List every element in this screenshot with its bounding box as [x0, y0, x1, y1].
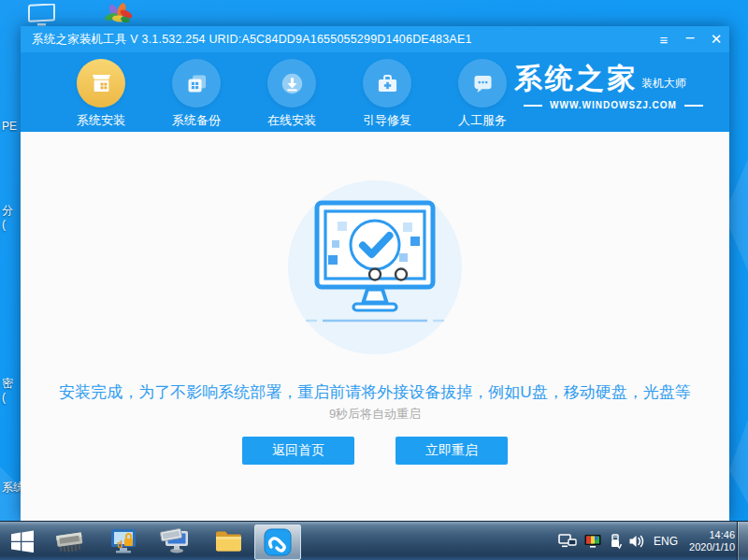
nav-bar: 系统安装 系统备份	[21, 52, 729, 132]
taskbar-memory-tool-icon[interactable]	[45, 522, 97, 560]
menu-icon[interactable]: ≡	[651, 26, 677, 52]
nav-label: 引导修复	[363, 112, 411, 129]
clock-time: 14:46	[689, 529, 735, 541]
action-buttons: 返回首页 立即重启	[21, 437, 729, 465]
taskbar-file-explorer-icon[interactable]	[202, 522, 254, 560]
nav-label: 系统安装	[77, 112, 125, 129]
taskbar-remote-desktop-icon[interactable]	[150, 522, 202, 560]
desktop-pattern	[729, 420, 748, 504]
taskbar-disk-tool-icon[interactable]: d	[97, 522, 150, 560]
back-home-button[interactable]: 返回首页	[242, 437, 354, 465]
package-icon	[77, 59, 125, 108]
desktop-icon-label-partial[interactable]: PE	[2, 120, 17, 134]
nav-label: 在线安装	[267, 112, 316, 129]
minimize-icon[interactable]: –	[677, 26, 703, 52]
desktop-icon-label-partial[interactable]: 密 (	[2, 377, 13, 405]
brand-logo: 系统之家 装机大师 WWW.WINDOWSZJ.COM	[514, 63, 712, 110]
app-logo-icon	[263, 527, 293, 557]
svg-text:d: d	[117, 539, 122, 550]
nav-human-service[interactable]: 人工服务	[439, 52, 525, 129]
nav-online-install[interactable]: 在线安装	[249, 52, 335, 129]
language-indicator[interactable]: ENG	[654, 535, 678, 548]
main-content: 安装完成，为了不影响系统部署，重启前请将外接设备拔掉，例如U盘，移动硬盘，光盘等…	[21, 132, 729, 521]
screen: PE 分 ( 密 ( 系统 系统之家装机工具 V 3.1.532.254 URI…	[0, 0, 748, 560]
nav-system-backup[interactable]: 系统备份	[153, 52, 239, 129]
taskbar-active-app-button[interactable]	[254, 524, 301, 560]
start-button[interactable]	[0, 522, 45, 560]
toolbox-icon	[363, 59, 411, 108]
display-settings-icon[interactable]	[583, 534, 602, 549]
download-icon	[267, 59, 316, 108]
window-title: 系统之家装机工具 V 3.1.532.254 URID:A5C84DD9A165…	[32, 32, 651, 48]
taskbar: d	[0, 521, 748, 560]
brand-title: 系统之家	[514, 63, 638, 94]
completion-message: 安装完成，为了不影响系统部署，重启前请将外接设备拔掉，例如U盘，移动硬盘，光盘等	[21, 381, 729, 403]
dash-divider	[684, 105, 703, 107]
brand-subtitle: 装机大师	[641, 76, 686, 92]
close-icon[interactable]: ✕	[703, 26, 729, 52]
title-bar[interactable]: 系统之家装机工具 V 3.1.532.254 URID:A5C84DD9A165…	[21, 26, 729, 52]
window-controls: ≡ – ✕	[651, 26, 729, 52]
app-window: 系统之家装机工具 V 3.1.532.254 URID:A5C84DD9A165…	[21, 26, 729, 521]
nav-label: 系统备份	[172, 112, 221, 129]
dash-divider	[524, 105, 542, 107]
usb-device-icon[interactable]	[609, 533, 622, 550]
backup-icon	[172, 59, 221, 108]
system-tray: ENG 14:46 2020/1/10	[558, 522, 735, 560]
desktop-icon-label-partial[interactable]: 分 (	[2, 204, 13, 232]
restart-countdown: 9秒后将自动重启	[21, 406, 729, 423]
volume-icon[interactable]	[628, 534, 645, 549]
network-icon[interactable]	[558, 534, 577, 549]
brand-url: WWW.WINDOWSZJ.COM	[550, 100, 677, 110]
restart-now-button[interactable]: 立即重启	[396, 437, 508, 465]
nav-system-install[interactable]: 系统安装	[58, 52, 144, 129]
nav-boot-repair[interactable]: 引导修复	[344, 52, 430, 129]
clock-date: 2020/1/10	[689, 541, 735, 553]
clock[interactable]: 14:46 2020/1/10	[689, 529, 735, 553]
windows-logo-icon	[10, 530, 35, 553]
chat-icon	[458, 59, 507, 108]
success-monitor-illustration	[288, 180, 462, 354]
nav-label: 人工服务	[458, 112, 507, 129]
show-desktop-button[interactable]	[737, 522, 748, 560]
